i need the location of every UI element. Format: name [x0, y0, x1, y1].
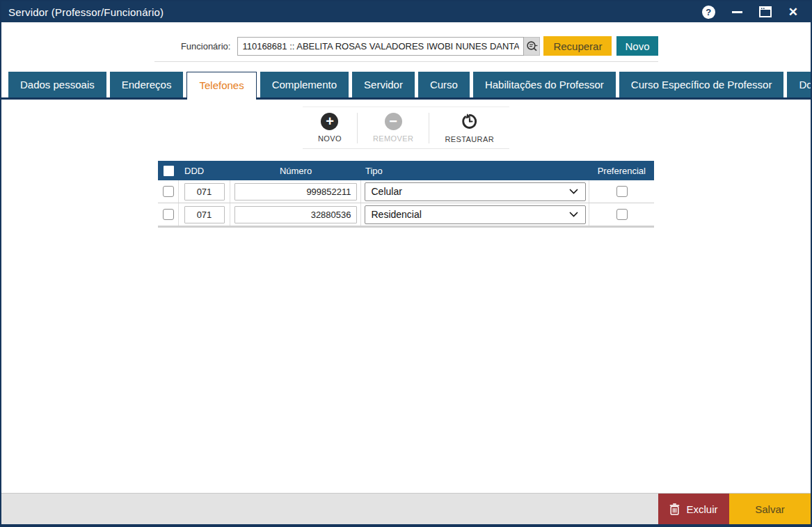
tab-complemento[interactable]: Complemento [260, 72, 349, 97]
salvar-button[interactable]: Salvar [729, 494, 811, 524]
chevron-down-icon [569, 189, 578, 194]
trash-icon [669, 503, 680, 515]
lookup-section: Funcionário: Recuperar Novo [1, 22, 811, 62]
tab-curso-especifico-professor[interactable]: Curso Específico de Professor [619, 72, 784, 97]
ddd-input[interactable] [184, 183, 225, 200]
tab-bar: Dados pessoais Endereços Telefones Compl… [1, 72, 811, 100]
excluir-button[interactable]: Excluir [658, 494, 729, 524]
recuperar-button[interactable]: Recuperar [543, 36, 612, 56]
funcionario-label: Funcionário: [181, 41, 231, 52]
tipo-cell: Celular [361, 180, 589, 203]
lookup-row: Funcionário: Recuperar Novo [154, 36, 658, 62]
close-icon[interactable]: ✕ [788, 6, 798, 18]
tipo-selected-value: Residencial [372, 209, 569, 220]
tab-habilitacoes-professor[interactable]: Habilitações do Professor [473, 72, 616, 97]
tab-dados-pessoais[interactable]: Dados pessoais [8, 72, 106, 97]
preferencial-checkbox[interactable] [616, 209, 628, 220]
numero-input[interactable] [234, 183, 357, 200]
phones-table: DDD Número Tipo Preferencial Celular [158, 161, 654, 228]
tab-telefones[interactable]: Telefones [186, 72, 256, 100]
content-spacer [1, 228, 811, 493]
restaurar-label: RESTAURAR [445, 135, 494, 143]
table-row: Residencial [158, 203, 654, 226]
maximize-icon[interactable] [759, 6, 772, 17]
ddd-input[interactable] [184, 206, 225, 223]
footer-action-bar: Excluir Salvar [1, 493, 811, 524]
tab-enderecos[interactable]: Endereços [110, 72, 184, 97]
header-numero: Número [230, 161, 361, 180]
row-select-checkbox[interactable] [163, 209, 174, 220]
salvar-label: Salvar [755, 503, 785, 515]
minimize-icon[interactable] [732, 11, 742, 13]
numero-cell [230, 180, 361, 203]
window-title: Servidor (Professor/Funcionário) [8, 6, 702, 18]
novo-funcionario-button[interactable]: Novo [616, 36, 658, 56]
phone-toolbar: + NOVO − REMOVER RESTAURAR [1, 107, 811, 149]
servidor-window: Servidor (Professor/Funcionário) ? ✕ Fun… [0, 0, 812, 527]
remover-telefone-button[interactable]: − REMOVER [357, 113, 429, 143]
row-select-cell [158, 180, 179, 203]
tipo-cell: Residencial [361, 203, 589, 226]
window-controls: ? ✕ [702, 6, 804, 19]
title-bar: Servidor (Professor/Funcionário) ? ✕ [1, 1, 811, 22]
tipo-select[interactable]: Residencial [365, 205, 586, 224]
row-select-checkbox[interactable] [163, 186, 174, 197]
restaurar-button[interactable]: RESTAURAR [429, 113, 509, 143]
novo-label: NOVO [318, 134, 342, 143]
table-header-row: DDD Número Tipo Preferencial [158, 161, 654, 180]
header-preferencial: Preferencial [589, 161, 654, 180]
row-select-cell [158, 203, 179, 226]
remover-label: REMOVER [373, 134, 413, 143]
help-icon[interactable]: ? [702, 6, 715, 19]
ddd-cell [179, 180, 230, 203]
novo-telefone-button[interactable]: + NOVO [303, 113, 357, 143]
search-list-icon [526, 40, 538, 52]
lookup-search-button[interactable] [524, 37, 540, 56]
chevron-down-icon [569, 212, 578, 217]
excluir-label: Excluir [686, 503, 717, 515]
toolbar-group: + NOVO − REMOVER RESTAURAR [303, 107, 509, 149]
header-ddd: DDD [179, 161, 230, 180]
tab-documento[interactable]: Documento [787, 72, 812, 97]
table-row: Celular [158, 180, 654, 203]
preferencial-cell [589, 180, 654, 203]
header-checkbox-cell [158, 161, 179, 180]
tipo-selected-value: Celular [372, 186, 569, 197]
header-tipo: Tipo [361, 161, 589, 180]
restore-history-icon [461, 113, 479, 131]
ddd-cell [179, 203, 230, 226]
tab-curso[interactable]: Curso [418, 72, 470, 97]
plus-circle-icon: + [321, 113, 338, 130]
numero-cell [230, 203, 361, 226]
tipo-select[interactable]: Celular [365, 182, 586, 201]
preferencial-cell [589, 203, 654, 226]
numero-input[interactable] [234, 206, 357, 223]
funcionario-input[interactable] [237, 37, 524, 56]
tab-servidor[interactable]: Servidor [352, 72, 415, 97]
preferencial-checkbox[interactable] [616, 186, 628, 197]
minus-circle-icon: − [385, 113, 402, 130]
select-all-checkbox[interactable] [164, 166, 174, 176]
